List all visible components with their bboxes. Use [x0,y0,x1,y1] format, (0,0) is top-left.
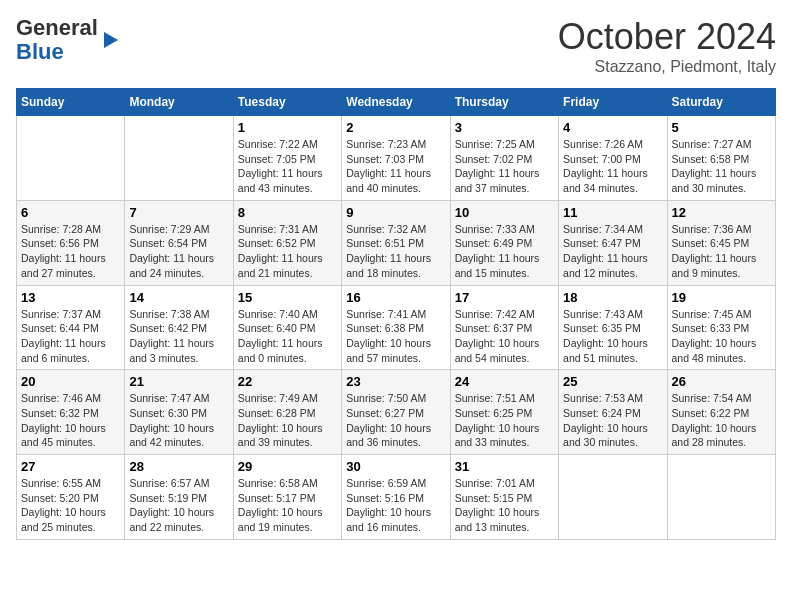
calendar-cell: 15Sunrise: 7:40 AMSunset: 6:40 PMDayligh… [233,285,341,370]
day-info: Sunrise: 7:32 AMSunset: 6:51 PMDaylight:… [346,222,445,281]
calendar-week-row: 20Sunrise: 7:46 AMSunset: 6:32 PMDayligh… [17,370,776,455]
day-number: 16 [346,290,445,305]
day-number: 3 [455,120,554,135]
day-info: Sunrise: 6:57 AMSunset: 5:19 PMDaylight:… [129,476,228,535]
day-info: Sunrise: 7:53 AMSunset: 6:24 PMDaylight:… [563,391,662,450]
day-number: 8 [238,205,337,220]
day-number: 30 [346,459,445,474]
calendar-cell: 17Sunrise: 7:42 AMSunset: 6:37 PMDayligh… [450,285,558,370]
day-info: Sunrise: 7:38 AMSunset: 6:42 PMDaylight:… [129,307,228,366]
day-number: 14 [129,290,228,305]
calendar-cell [125,116,233,201]
logo: GeneralBlue [16,16,118,64]
day-number: 24 [455,374,554,389]
day-number: 23 [346,374,445,389]
day-number: 17 [455,290,554,305]
calendar-cell: 22Sunrise: 7:49 AMSunset: 6:28 PMDayligh… [233,370,341,455]
day-info: Sunrise: 6:55 AMSunset: 5:20 PMDaylight:… [21,476,120,535]
calendar-cell: 26Sunrise: 7:54 AMSunset: 6:22 PMDayligh… [667,370,775,455]
day-of-week-header: Wednesday [342,89,450,116]
calendar-cell: 11Sunrise: 7:34 AMSunset: 6:47 PMDayligh… [559,200,667,285]
day-info: Sunrise: 7:46 AMSunset: 6:32 PMDaylight:… [21,391,120,450]
location-subtitle: Stazzano, Piedmont, Italy [558,58,776,76]
calendar-cell: 14Sunrise: 7:38 AMSunset: 6:42 PMDayligh… [125,285,233,370]
day-number: 18 [563,290,662,305]
month-title: October 2024 [558,16,776,58]
calendar-cell: 18Sunrise: 7:43 AMSunset: 6:35 PMDayligh… [559,285,667,370]
day-number: 27 [21,459,120,474]
day-number: 29 [238,459,337,474]
day-number: 9 [346,205,445,220]
day-info: Sunrise: 7:51 AMSunset: 6:25 PMDaylight:… [455,391,554,450]
calendar-week-row: 1Sunrise: 7:22 AMSunset: 7:05 PMDaylight… [17,116,776,201]
day-number: 15 [238,290,337,305]
day-number: 22 [238,374,337,389]
day-info: Sunrise: 7:26 AMSunset: 7:00 PMDaylight:… [563,137,662,196]
day-info: Sunrise: 7:40 AMSunset: 6:40 PMDaylight:… [238,307,337,366]
calendar-cell: 20Sunrise: 7:46 AMSunset: 6:32 PMDayligh… [17,370,125,455]
calendar-week-row: 27Sunrise: 6:55 AMSunset: 5:20 PMDayligh… [17,455,776,540]
calendar-cell: 4Sunrise: 7:26 AMSunset: 7:00 PMDaylight… [559,116,667,201]
calendar-cell: 30Sunrise: 6:59 AMSunset: 5:16 PMDayligh… [342,455,450,540]
day-of-week-header: Friday [559,89,667,116]
calendar-cell: 1Sunrise: 7:22 AMSunset: 7:05 PMDaylight… [233,116,341,201]
day-info: Sunrise: 7:01 AMSunset: 5:15 PMDaylight:… [455,476,554,535]
day-info: Sunrise: 7:25 AMSunset: 7:02 PMDaylight:… [455,137,554,196]
page-header: GeneralBlue October 2024 Stazzano, Piedm… [16,16,776,76]
calendar-cell [667,455,775,540]
title-block: October 2024 Stazzano, Piedmont, Italy [558,16,776,76]
calendar-cell: 7Sunrise: 7:29 AMSunset: 6:54 PMDaylight… [125,200,233,285]
day-number: 10 [455,205,554,220]
day-number: 19 [672,290,771,305]
calendar-week-row: 13Sunrise: 7:37 AMSunset: 6:44 PMDayligh… [17,285,776,370]
day-number: 20 [21,374,120,389]
calendar-cell: 8Sunrise: 7:31 AMSunset: 6:52 PMDaylight… [233,200,341,285]
calendar-table: SundayMondayTuesdayWednesdayThursdayFrid… [16,88,776,540]
day-number: 25 [563,374,662,389]
day-info: Sunrise: 7:49 AMSunset: 6:28 PMDaylight:… [238,391,337,450]
day-info: Sunrise: 7:33 AMSunset: 6:49 PMDaylight:… [455,222,554,281]
calendar-cell: 10Sunrise: 7:33 AMSunset: 6:49 PMDayligh… [450,200,558,285]
day-of-week-header: Saturday [667,89,775,116]
logo-text: GeneralBlue [16,16,98,64]
day-number: 11 [563,205,662,220]
calendar-cell: 16Sunrise: 7:41 AMSunset: 6:38 PMDayligh… [342,285,450,370]
day-info: Sunrise: 6:58 AMSunset: 5:17 PMDaylight:… [238,476,337,535]
calendar-cell: 27Sunrise: 6:55 AMSunset: 5:20 PMDayligh… [17,455,125,540]
day-of-week-header: Monday [125,89,233,116]
day-of-week-header: Sunday [17,89,125,116]
day-number: 12 [672,205,771,220]
calendar-cell: 3Sunrise: 7:25 AMSunset: 7:02 PMDaylight… [450,116,558,201]
day-info: Sunrise: 7:22 AMSunset: 7:05 PMDaylight:… [238,137,337,196]
calendar-cell: 31Sunrise: 7:01 AMSunset: 5:15 PMDayligh… [450,455,558,540]
day-info: Sunrise: 7:54 AMSunset: 6:22 PMDaylight:… [672,391,771,450]
day-number: 5 [672,120,771,135]
calendar-cell: 2Sunrise: 7:23 AMSunset: 7:03 PMDaylight… [342,116,450,201]
day-number: 2 [346,120,445,135]
day-info: Sunrise: 7:29 AMSunset: 6:54 PMDaylight:… [129,222,228,281]
calendar-cell [17,116,125,201]
day-info: Sunrise: 7:47 AMSunset: 6:30 PMDaylight:… [129,391,228,450]
calendar-cell: 5Sunrise: 7:27 AMSunset: 6:58 PMDaylight… [667,116,775,201]
day-of-week-header: Thursday [450,89,558,116]
day-info: Sunrise: 7:34 AMSunset: 6:47 PMDaylight:… [563,222,662,281]
day-info: Sunrise: 6:59 AMSunset: 5:16 PMDaylight:… [346,476,445,535]
day-number: 21 [129,374,228,389]
calendar-cell: 6Sunrise: 7:28 AMSunset: 6:56 PMDaylight… [17,200,125,285]
day-info: Sunrise: 7:36 AMSunset: 6:45 PMDaylight:… [672,222,771,281]
day-info: Sunrise: 7:27 AMSunset: 6:58 PMDaylight:… [672,137,771,196]
calendar-cell: 29Sunrise: 6:58 AMSunset: 5:17 PMDayligh… [233,455,341,540]
day-number: 13 [21,290,120,305]
calendar-cell [559,455,667,540]
calendar-cell: 21Sunrise: 7:47 AMSunset: 6:30 PMDayligh… [125,370,233,455]
calendar-cell: 12Sunrise: 7:36 AMSunset: 6:45 PMDayligh… [667,200,775,285]
calendar-cell: 9Sunrise: 7:32 AMSunset: 6:51 PMDaylight… [342,200,450,285]
calendar-cell: 24Sunrise: 7:51 AMSunset: 6:25 PMDayligh… [450,370,558,455]
day-number: 1 [238,120,337,135]
day-number: 4 [563,120,662,135]
day-info: Sunrise: 7:42 AMSunset: 6:37 PMDaylight:… [455,307,554,366]
calendar-header: SundayMondayTuesdayWednesdayThursdayFrid… [17,89,776,116]
day-number: 28 [129,459,228,474]
day-of-week-header: Tuesday [233,89,341,116]
calendar-cell: 13Sunrise: 7:37 AMSunset: 6:44 PMDayligh… [17,285,125,370]
